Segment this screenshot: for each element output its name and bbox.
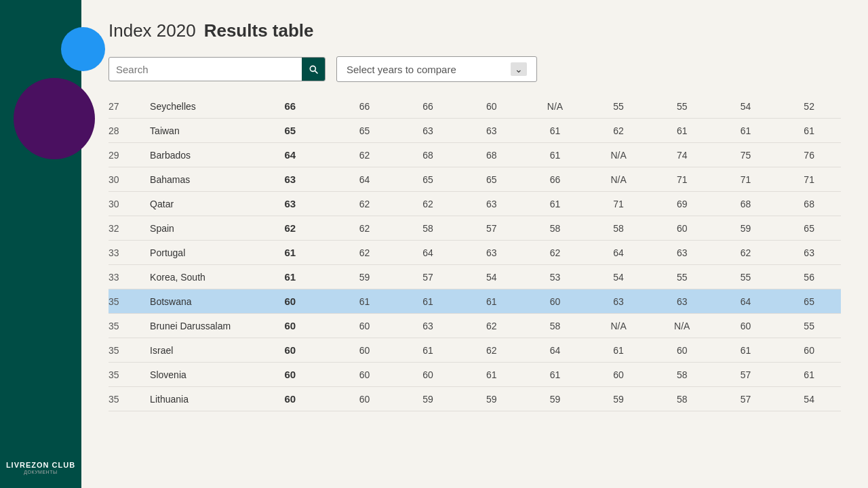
search-icon: [308, 64, 319, 75]
results-table: 27Seychelles66666660N/A5555545228Taiwan6…: [108, 94, 841, 411]
sidebar-logo: LIVREZON CLUB ДОКУМЕНТЫ: [6, 460, 75, 474]
search-button[interactable]: [302, 58, 325, 81]
table-row[interactable]: 35Brunei Darussalam6060636258N/AN/A6055: [108, 314, 841, 338]
table-row[interactable]: 35Slovenia606060616160585761: [108, 363, 841, 387]
table-row[interactable]: 33Korea, South615957545354555556: [108, 265, 841, 289]
table-row[interactable]: 30Qatar636262636171696868: [108, 192, 841, 216]
table-row[interactable]: 35Lithuania606059595959585754: [108, 387, 841, 411]
table-row[interactable]: 33Portugal616264636264636263: [108, 241, 841, 265]
year-select-dropdown[interactable]: Select years to compare ⌄: [336, 56, 537, 82]
logo-sub: ДОКУМЕНТЫ: [6, 470, 75, 474]
table-row[interactable]: 30Bahamas6364656566N/A717171: [108, 167, 841, 192]
circle-purple-decoration: [14, 78, 95, 159]
controls-row: Select years to compare ⌄: [108, 56, 841, 82]
table-row[interactable]: 32Spain626258575858605965: [108, 216, 841, 241]
page-header: Index 2020 Results table: [108, 20, 841, 41]
table-row[interactable]: 35Botswana606161616063636465: [108, 289, 841, 314]
search-input[interactable]: [116, 64, 291, 75]
table-row[interactable]: 27Seychelles66666660N/A55555452: [108, 94, 841, 119]
chevron-down-icon: ⌄: [511, 62, 527, 76]
year-select-label: Select years to compare: [347, 64, 456, 75]
sidebar: LIVREZON CLUB ДОКУМЕНТЫ: [0, 0, 81, 488]
results-table-container: 27Seychelles66666660N/A5555545228Taiwan6…: [108, 94, 841, 411]
circle-blue-decoration: [61, 27, 105, 71]
table-row[interactable]: 29Barbados6462686861N/A747576: [108, 143, 841, 167]
index-year: Index 2020: [108, 20, 196, 41]
results-title: Results table: [204, 20, 314, 41]
search-box[interactable]: [108, 57, 326, 81]
main-content: Index 2020 Results table Select years to…: [81, 0, 868, 488]
table-row[interactable]: 35Israel606061626461606160: [108, 338, 841, 363]
table-row[interactable]: 28Taiwan656563636162616161: [108, 119, 841, 143]
logo-text: LIVREZON CLUB: [6, 460, 75, 470]
